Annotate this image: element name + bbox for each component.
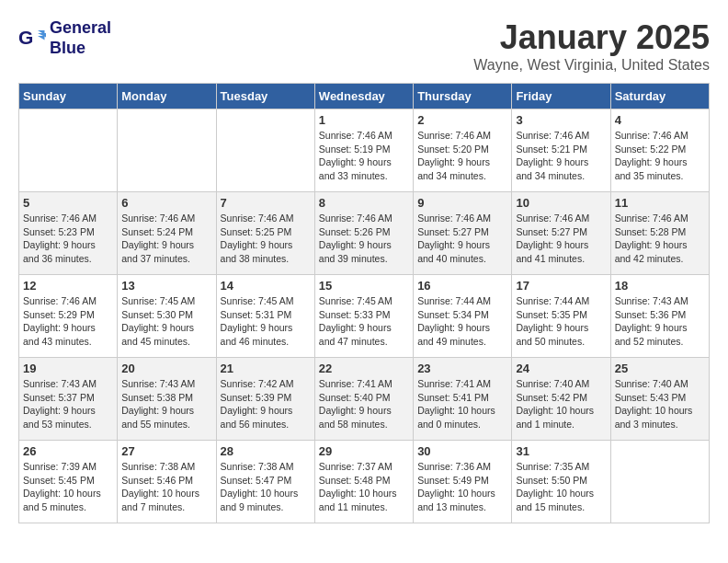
svg-marker-3 [38, 36, 45, 40]
calendar-day: 1Sunrise: 7:46 AM Sunset: 5:19 PM Daylig… [314, 109, 413, 192]
calendar-table: SundayMondayTuesdayWednesdayThursdayFrid… [18, 83, 710, 523]
calendar-day: 27Sunrise: 7:38 AM Sunset: 5:46 PM Dayli… [118, 441, 216, 523]
day-info: Sunrise: 7:46 AM Sunset: 5:26 PM Dayligh… [319, 212, 409, 266]
day-number: 7 [221, 196, 311, 210]
day-number: 13 [121, 279, 211, 293]
day-info: Sunrise: 7:43 AM Sunset: 5:36 PM Dayligh… [615, 294, 705, 349]
day-info: Sunrise: 7:46 AM Sunset: 5:27 PM Dayligh… [417, 212, 507, 266]
day-number: 17 [516, 279, 606, 293]
day-info: Sunrise: 7:45 AM Sunset: 5:30 PM Dayligh… [121, 294, 211, 349]
calendar-day: 9Sunrise: 7:46 AM Sunset: 5:27 PM Daylig… [414, 192, 512, 275]
calendar-day: 18Sunrise: 7:43 AM Sunset: 5:36 PM Dayli… [610, 275, 709, 358]
calendar-day [118, 109, 216, 192]
calendar-week-5: 26Sunrise: 7:39 AM Sunset: 5:45 PM Dayli… [19, 441, 710, 523]
calendar-day: 24Sunrise: 7:40 AM Sunset: 5:42 PM Dayli… [512, 358, 610, 441]
calendar-week-1: 1Sunrise: 7:46 AM Sunset: 5:19 PM Daylig… [19, 109, 710, 192]
day-info: Sunrise: 7:46 AM Sunset: 5:21 PM Dayligh… [516, 129, 606, 183]
logo-icon: G [18, 25, 46, 52]
day-number: 29 [319, 444, 409, 458]
calendar-day: 4Sunrise: 7:46 AM Sunset: 5:22 PM Daylig… [610, 109, 709, 192]
calendar-week-3: 12Sunrise: 7:46 AM Sunset: 5:29 PM Dayli… [19, 275, 710, 358]
day-info: Sunrise: 7:37 AM Sunset: 5:48 PM Dayligh… [319, 460, 409, 514]
day-info: Sunrise: 7:35 AM Sunset: 5:50 PM Dayligh… [516, 460, 606, 514]
weekday-header-friday: Friday [512, 84, 610, 109]
calendar-day [610, 441, 709, 523]
day-number: 12 [23, 279, 113, 293]
day-info: Sunrise: 7:36 AM Sunset: 5:49 PM Dayligh… [417, 460, 507, 514]
day-info: Sunrise: 7:38 AM Sunset: 5:47 PM Dayligh… [221, 460, 311, 514]
day-info: Sunrise: 7:46 AM Sunset: 5:24 PM Dayligh… [121, 212, 211, 266]
calendar-day: 20Sunrise: 7:43 AM Sunset: 5:38 PM Dayli… [118, 358, 216, 441]
calendar-day: 13Sunrise: 7:45 AM Sunset: 5:30 PM Dayli… [118, 275, 216, 358]
day-number: 10 [516, 196, 606, 210]
weekday-header-sunday: Sunday [19, 84, 118, 109]
day-info: Sunrise: 7:46 AM Sunset: 5:22 PM Dayligh… [615, 129, 705, 183]
day-number: 26 [23, 444, 113, 458]
weekday-header-wednesday: Wednesday [314, 84, 413, 109]
day-number: 19 [23, 362, 113, 375]
calendar-day: 11Sunrise: 7:46 AM Sunset: 5:28 PM Dayli… [610, 192, 709, 275]
calendar-day: 21Sunrise: 7:42 AM Sunset: 5:39 PM Dayli… [216, 358, 314, 441]
month-title: January 2025 [473, 18, 710, 57]
calendar-day: 19Sunrise: 7:43 AM Sunset: 5:37 PM Dayli… [19, 358, 118, 441]
calendar-day: 30Sunrise: 7:36 AM Sunset: 5:49 PM Dayli… [414, 441, 512, 523]
calendar-week-2: 5Sunrise: 7:46 AM Sunset: 5:23 PM Daylig… [19, 192, 710, 275]
weekday-header-tuesday: Tuesday [216, 84, 314, 109]
calendar-day: 2Sunrise: 7:46 AM Sunset: 5:20 PM Daylig… [414, 109, 512, 192]
logo: G General Blue [18, 18, 111, 58]
logo-text: General Blue [50, 18, 111, 58]
day-number: 24 [516, 362, 606, 375]
day-number: 6 [121, 196, 211, 210]
day-number: 27 [121, 444, 211, 458]
calendar-day: 14Sunrise: 7:45 AM Sunset: 5:31 PM Dayli… [216, 275, 314, 358]
day-number: 28 [221, 444, 311, 458]
day-number: 5 [23, 196, 113, 210]
day-info: Sunrise: 7:43 AM Sunset: 5:38 PM Dayligh… [121, 377, 211, 431]
day-info: Sunrise: 7:41 AM Sunset: 5:41 PM Dayligh… [417, 377, 507, 431]
calendar-day: 28Sunrise: 7:38 AM Sunset: 5:47 PM Dayli… [216, 441, 314, 523]
day-info: Sunrise: 7:46 AM Sunset: 5:19 PM Dayligh… [319, 129, 409, 183]
day-number: 14 [221, 279, 311, 293]
calendar-day: 3Sunrise: 7:46 AM Sunset: 5:21 PM Daylig… [512, 109, 610, 192]
day-number: 3 [516, 113, 606, 127]
day-info: Sunrise: 7:46 AM Sunset: 5:25 PM Dayligh… [221, 212, 311, 266]
day-number: 2 [417, 113, 507, 127]
weekday-header-row: SundayMondayTuesdayWednesdayThursdayFrid… [19, 84, 710, 109]
calendar-day: 6Sunrise: 7:46 AM Sunset: 5:24 PM Daylig… [118, 192, 216, 275]
day-number: 25 [615, 362, 705, 375]
calendar-day: 25Sunrise: 7:40 AM Sunset: 5:43 PM Dayli… [610, 358, 709, 441]
calendar-body: 1Sunrise: 7:46 AM Sunset: 5:19 PM Daylig… [19, 109, 710, 523]
day-info: Sunrise: 7:45 AM Sunset: 5:33 PM Dayligh… [319, 294, 409, 349]
day-info: Sunrise: 7:46 AM Sunset: 5:20 PM Dayligh… [417, 129, 507, 183]
calendar-day: 29Sunrise: 7:37 AM Sunset: 5:48 PM Dayli… [314, 441, 413, 523]
calendar-day [19, 109, 118, 192]
day-info: Sunrise: 7:41 AM Sunset: 5:40 PM Dayligh… [319, 377, 409, 431]
day-number: 11 [615, 196, 705, 210]
day-info: Sunrise: 7:45 AM Sunset: 5:31 PM Dayligh… [221, 294, 311, 349]
calendar-day: 15Sunrise: 7:45 AM Sunset: 5:33 PM Dayli… [314, 275, 413, 358]
day-number: 21 [221, 362, 311, 375]
day-info: Sunrise: 7:42 AM Sunset: 5:39 PM Dayligh… [221, 377, 311, 431]
weekday-header-thursday: Thursday [414, 84, 512, 109]
calendar-day: 12Sunrise: 7:46 AM Sunset: 5:29 PM Dayli… [19, 275, 118, 358]
calendar-day: 7Sunrise: 7:46 AM Sunset: 5:25 PM Daylig… [216, 192, 314, 275]
day-number: 22 [319, 362, 409, 375]
day-number: 15 [319, 279, 409, 293]
calendar-day: 10Sunrise: 7:46 AM Sunset: 5:27 PM Dayli… [512, 192, 610, 275]
day-info: Sunrise: 7:39 AM Sunset: 5:45 PM Dayligh… [23, 460, 113, 514]
weekday-header-monday: Monday [118, 84, 216, 109]
day-number: 4 [615, 113, 705, 127]
day-number: 18 [615, 279, 705, 293]
day-info: Sunrise: 7:38 AM Sunset: 5:46 PM Dayligh… [121, 460, 211, 514]
day-info: Sunrise: 7:46 AM Sunset: 5:27 PM Dayligh… [516, 212, 606, 266]
day-number: 31 [516, 444, 606, 458]
day-number: 23 [417, 362, 507, 375]
title-block: January 2025 Wayne, West Virginia, Unite… [473, 18, 710, 74]
calendar-day [216, 109, 314, 192]
svg-text:G: G [18, 27, 33, 48]
day-info: Sunrise: 7:46 AM Sunset: 5:28 PM Dayligh… [615, 212, 705, 266]
weekday-header-saturday: Saturday [610, 84, 709, 109]
day-number: 8 [319, 196, 409, 210]
calendar-day: 22Sunrise: 7:41 AM Sunset: 5:40 PM Dayli… [314, 358, 413, 441]
day-info: Sunrise: 7:46 AM Sunset: 5:29 PM Dayligh… [23, 294, 113, 349]
